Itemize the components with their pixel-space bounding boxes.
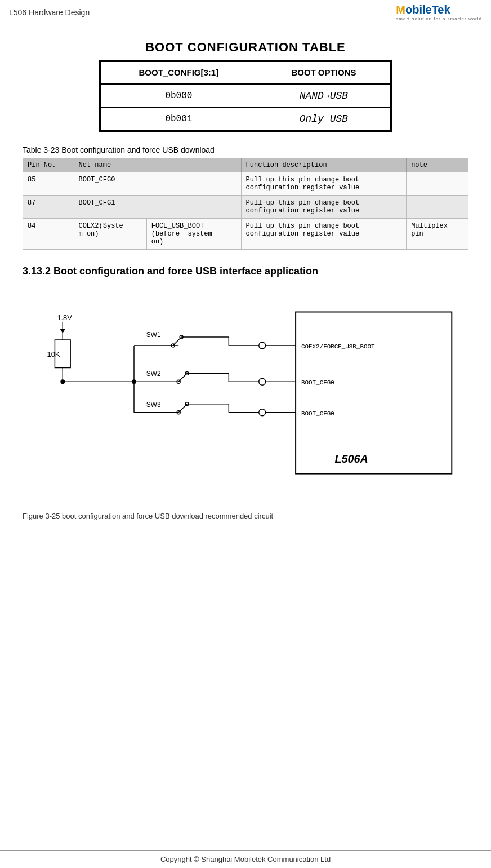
pin-87: 87 <box>23 196 74 219</box>
document-title: L506 Hardware Design <box>9 8 90 17</box>
col-note: note <box>407 158 468 172</box>
note-87 <box>407 196 468 219</box>
boot-config-title: BOOT CONFIGURATION TABLE <box>23 40 468 55</box>
pin-85: 85 <box>23 172 74 196</box>
col-func: Function description <box>241 158 407 172</box>
svg-marker-1 <box>60 329 65 333</box>
svg-point-23 <box>259 378 266 385</box>
row1-col1: 0b000 <box>101 84 257 108</box>
signal3-label: BOOT_CFG0 <box>301 410 334 417</box>
row2-col1: 0b001 <box>101 108 257 131</box>
sw3-label: SW3 <box>146 401 161 409</box>
func-87: Pull up this pin change bootconfiguratio… <box>241 196 407 219</box>
main-content: BOOT CONFIGURATION TABLE BOOT_CONFIG[3:1… <box>0 25 491 529</box>
table-row: 85 BOOT_CFG0 Pull up this pin change boo… <box>23 172 468 196</box>
row1-col2: NAND→USB <box>257 84 390 108</box>
svg-point-33 <box>259 409 266 416</box>
table-row: 0b000 NAND→USB <box>101 84 391 108</box>
sw1-label: SW1 <box>146 331 161 339</box>
table-row: 87 BOOT_CFG1 Pull up this pin change boo… <box>23 196 468 219</box>
note-85 <box>407 172 468 196</box>
resistor-label: 10K <box>47 350 60 358</box>
figure-caption: Figure 3-25 boot configuration and force… <box>23 512 468 520</box>
page-header: L506 Hardware Design MobileTek smart sol… <box>0 0 491 25</box>
table-header-row: BOOT_CONFIG[3:1] BOOT OPTIONS <box>101 62 391 84</box>
col-net: Net name <box>74 158 241 172</box>
table-row: 0b001 Only USB <box>101 108 391 131</box>
circuit-svg: 1.8V 10K SW1 <box>23 289 468 503</box>
table-caption: Table 3-23 Boot configuration and force … <box>23 145 468 154</box>
sw2-label: SW2 <box>146 370 161 378</box>
svg-point-36 <box>132 379 136 384</box>
col2-header: BOOT OPTIONS <box>257 62 390 84</box>
svg-rect-37 <box>296 312 452 474</box>
company-logo: MobileTek smart solution for a smarter w… <box>396 3 482 21</box>
section-heading: 3.13.2 Boot configuration and force USB … <box>23 265 468 277</box>
logo-tagline: smart solution for a smarter world <box>396 16 482 21</box>
voltage-label: 1.8V <box>57 313 72 322</box>
pin-84: 84 <box>23 219 74 250</box>
boot-config-visual-table: BOOT_CONFIG[3:1] BOOT OPTIONS 0b000 NAND… <box>99 60 392 132</box>
col1-header: BOOT_CONFIG[3:1] <box>101 62 257 84</box>
table-header-row: Pin No. Net name Function description no… <box>23 158 468 172</box>
func-84: Pull up this pin change bootconfiguratio… <box>241 219 407 250</box>
boot-config-image-section: BOOT CONFIGURATION TABLE BOOT_CONFIG[3:1… <box>23 40 468 134</box>
net-boot-cfg1: BOOT_CFG1 <box>74 196 241 219</box>
circuit-diagram: 1.8V 10K SW1 <box>23 289 468 503</box>
svg-point-14 <box>259 342 266 349</box>
col-pin: Pin No. <box>23 158 74 172</box>
func-85: Pull up this pin change bootconfiguratio… <box>241 172 407 196</box>
page-footer: Copyright © Shanghai Mobiletek Communica… <box>0 850 491 868</box>
row2-col2: Only USB <box>257 108 390 131</box>
net-boot-cfg0: BOOT_CFG0 <box>74 172 241 196</box>
net-coex2: COEX2(System on) <box>74 219 146 250</box>
copyright: Copyright © Shanghai Mobiletek Communica… <box>160 855 331 863</box>
logo-m: MobileTek <box>396 3 450 16</box>
signal1-label: COEX2/FORCE_USB_BOOT <box>301 343 375 350</box>
signal2-label: BOOT_CFG0 <box>301 379 334 386</box>
net-foce-usb: FOCE_USB_BOOT(before systemon) <box>146 219 241 250</box>
note-84: Multiplexpin <box>407 219 468 250</box>
pin-table: Pin No. Net name Function description no… <box>23 158 468 250</box>
chip-label: L506A <box>334 453 368 465</box>
table-row: 84 COEX2(System on) FOCE_USB_BOOT(before… <box>23 219 468 250</box>
